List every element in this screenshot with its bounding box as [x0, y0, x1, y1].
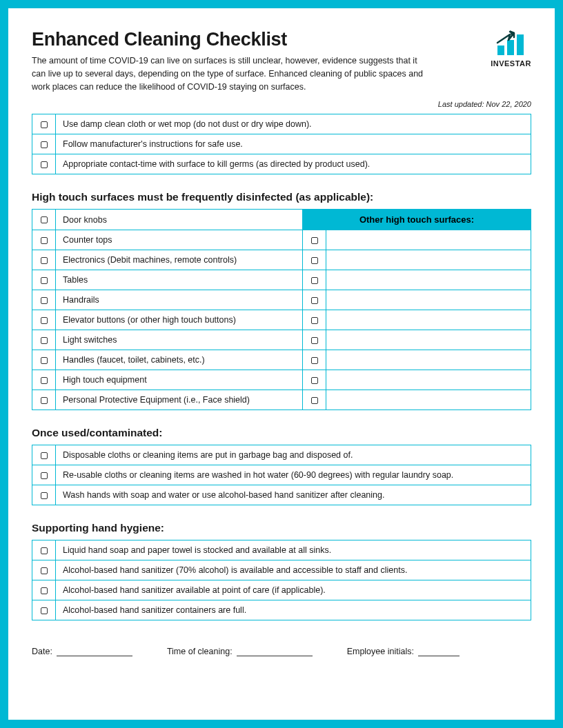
checklist-item-text: Tables [56, 270, 303, 290]
bar-chart-arrow-icon [493, 30, 529, 57]
checkbox[interactable] [41, 472, 48, 479]
other-surface-input[interactable] [326, 230, 531, 250]
checklist-row: Re-usable cloths or cleaning items are w… [32, 465, 531, 485]
checkbox-cell [32, 350, 56, 370]
date-input-line[interactable] [57, 656, 132, 656]
checklist-item-text: Personal Protective Equipment (i.e., Fac… [56, 390, 303, 410]
page-title: Enhanced Cleaning Checklist [32, 29, 477, 50]
checklist-item-text: Alcohol-based hand sanitizer containers … [56, 600, 531, 620]
checklist-row: Elevator buttons (or other high touch bu… [32, 310, 531, 330]
checklist-row: Light switches [32, 330, 531, 350]
other-surface-input[interactable] [326, 290, 531, 310]
checklist-row: Handrails [32, 290, 531, 310]
checkbox-cell [32, 580, 56, 600]
other-surface-input[interactable] [326, 270, 531, 290]
checkbox[interactable] [41, 492, 48, 499]
checkbox[interactable] [41, 357, 48, 364]
svg-rect-0 [497, 46, 504, 55]
date-label: Date: [32, 647, 52, 656]
checkbox[interactable] [41, 121, 48, 128]
checkbox[interactable] [311, 337, 318, 344]
checkbox[interactable] [311, 277, 318, 284]
checklist-row: Alcohol-based hand sanitizer containers … [32, 600, 531, 620]
checkbox-cell [303, 270, 326, 290]
checklist-row: Appropriate contact-time with surface to… [32, 154, 531, 174]
checklist-row: Use damp clean cloth or wet mop (do not … [32, 114, 531, 134]
checkbox-cell [32, 134, 56, 154]
footer: Date: Time of cleaning: Employee initial… [32, 647, 531, 656]
other-surface-input[interactable] [326, 330, 531, 350]
checklist-row: High touch equipment [32, 370, 531, 390]
checkbox[interactable] [311, 357, 318, 364]
checkbox-cell [32, 270, 56, 290]
other-surface-input[interactable] [326, 350, 531, 370]
checklist-item-text: Elevator buttons (or other high touch bu… [56, 310, 303, 330]
checklist-item-text: Re-usable cloths or cleaning items are w… [56, 465, 531, 485]
checkbox[interactable] [41, 257, 48, 264]
checkbox-cell [32, 600, 56, 620]
checkbox-cell [32, 465, 56, 485]
checkbox[interactable] [41, 277, 48, 284]
checkbox-cell [32, 210, 56, 230]
checkbox[interactable] [41, 587, 48, 594]
checklist-item-text: High touch equipment [56, 370, 303, 390]
checklist-item-text: Handrails [56, 290, 303, 310]
checkbox-cell [303, 370, 326, 390]
checklist-item-text: Wash hands with soap and water or use al… [56, 485, 531, 505]
hygiene-title: Supporting hand hygiene: [32, 522, 531, 534]
checkbox[interactable] [311, 317, 318, 324]
initials-field: Employee initials: [347, 647, 460, 656]
checkbox-cell [32, 114, 56, 134]
checkbox-cell [32, 560, 56, 580]
logo: INVESTAR [491, 29, 531, 68]
checklist-item-text: Alcohol-based hand sanitizer available a… [56, 580, 531, 600]
checklist-row: Door knobsOther high touch surfaces: [32, 210, 531, 230]
other-surface-input[interactable] [326, 310, 531, 330]
checklist-item-text: Light switches [56, 330, 303, 350]
checkbox-cell [32, 330, 56, 350]
checkbox[interactable] [41, 377, 48, 384]
checklist-item-text: Handles (faucet, toilet, cabinets, etc.) [56, 350, 303, 370]
checkbox[interactable] [311, 257, 318, 264]
checkbox[interactable] [41, 337, 48, 344]
initials-input-line[interactable] [418, 656, 460, 656]
checkbox[interactable] [41, 567, 48, 574]
other-surface-input[interactable] [326, 250, 531, 270]
time-field: Time of cleaning: [167, 647, 313, 656]
checkbox[interactable] [41, 216, 48, 223]
brand-name: INVESTAR [491, 59, 531, 68]
checkbox[interactable] [311, 397, 318, 404]
checkbox-cell [303, 290, 326, 310]
checklist-row: Personal Protective Equipment (i.e., Fac… [32, 390, 531, 410]
checklist-item-text: Follow manufacturer's instructions for s… [56, 134, 531, 154]
time-input-line[interactable] [237, 656, 313, 656]
checkbox[interactable] [41, 297, 48, 304]
checkbox[interactable] [41, 161, 48, 168]
checkbox-cell [32, 230, 56, 250]
checkbox-cell [303, 230, 326, 250]
checkbox[interactable] [311, 237, 318, 244]
checkbox-cell [303, 330, 326, 350]
checkbox-cell [32, 370, 56, 390]
once-used-title: Once used/contaminated: [32, 427, 531, 439]
other-surface-input[interactable] [326, 370, 531, 390]
checklist-item-text: Use damp clean cloth or wet mop (do not … [56, 114, 531, 134]
other-surfaces-header: Other high touch surfaces: [303, 210, 531, 230]
checklist-row: Wash hands with soap and water or use al… [32, 485, 531, 505]
checklist-item-text: Door knobs [56, 210, 303, 230]
checkbox[interactable] [41, 317, 48, 324]
checkbox[interactable] [311, 297, 318, 304]
other-surface-input[interactable] [326, 390, 531, 410]
checkbox[interactable] [41, 397, 48, 404]
checklist-row: Handles (faucet, toilet, cabinets, etc.) [32, 350, 531, 370]
checkbox[interactable] [41, 607, 48, 614]
page: Enhanced Cleaning Checklist The amount o… [8, 8, 555, 720]
checklist-row: Tables [32, 270, 531, 290]
checkbox[interactable] [41, 237, 48, 244]
checkbox[interactable] [311, 377, 318, 384]
checkbox[interactable] [41, 547, 48, 554]
checkbox-cell [32, 154, 56, 174]
checkbox[interactable] [41, 452, 48, 459]
checkbox[interactable] [41, 141, 48, 148]
header: Enhanced Cleaning Checklist The amount o… [32, 29, 531, 93]
